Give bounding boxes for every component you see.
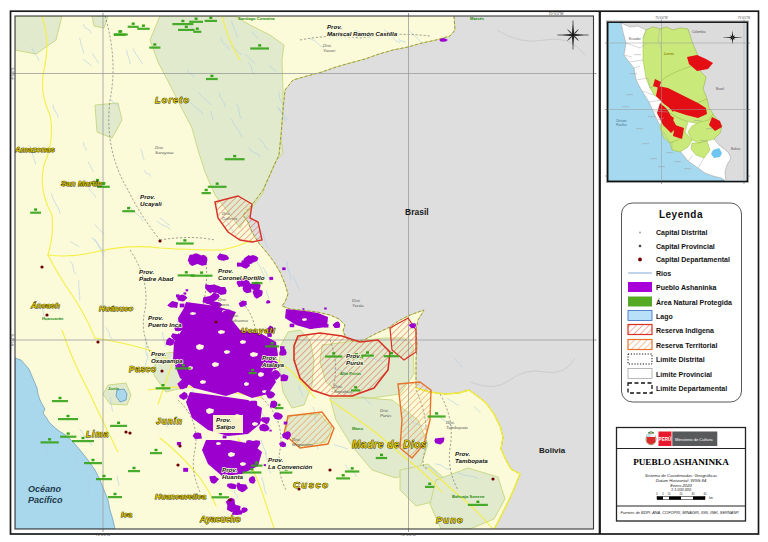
svg-text:Capital Provincial: Capital Provincial (656, 243, 715, 251)
svg-text:Ucayali: Ucayali (241, 326, 276, 335)
svg-text:8°0'0"S: 8°0'0"S (11, 67, 15, 79)
svg-text:Santiago Comaina: Santiago Comaina (238, 16, 275, 21)
svg-text:San Martín: San Martín (61, 179, 102, 188)
svg-text:Reserva Indigena: Reserva Indigena (656, 327, 714, 335)
svg-text:Bolivia: Bolivia (539, 446, 566, 455)
svg-text:Amazonas: Amazonas (14, 145, 56, 154)
svg-text:Tambopata: Tambopata (446, 425, 468, 430)
svg-text:Matsés: Matsés (470, 16, 485, 21)
svg-text:Cusco: Cusco (293, 479, 330, 490)
svg-text:Huanta: Huanta (222, 473, 244, 480)
svg-text:Colombia: Colombia (692, 30, 706, 34)
svg-text:Áncash: Áncash (30, 301, 60, 310)
svg-text:Puerto Inca: Puerto Inca (148, 321, 182, 328)
svg-text:Huascarán: Huascarán (42, 316, 64, 321)
svg-text:Junín: Junín (108, 386, 120, 391)
svg-text:Huánuco: Huánuco (99, 304, 133, 313)
svg-text:Prov.: Prov. (346, 352, 361, 359)
svg-text:75°0'0"W: 75°0'0"W (655, 16, 668, 20)
svg-text:Pasco: Pasco (129, 364, 157, 374)
svg-text:PERÚ: PERÚ (659, 436, 672, 442)
svg-text:Límite Provincial: Límite Provincial (656, 371, 712, 378)
svg-text:Capital Departamental: Capital Departamental (656, 256, 730, 264)
svg-text:Huancavelica: Huancavelica (155, 492, 207, 501)
svg-text:Madre de Dios: Madre de Dios (352, 439, 427, 450)
svg-text:Loreto: Loreto (664, 52, 674, 56)
svg-text:Oxapampa: Oxapampa (151, 357, 183, 364)
svg-text:Manu: Manu (352, 426, 363, 431)
svg-text:Padre Abad: Padre Abad (139, 275, 173, 282)
svg-text:Ucayali: Ucayali (140, 200, 162, 207)
svg-text:Sarayacu: Sarayacu (155, 150, 174, 155)
svg-text:Océano: Océano (28, 484, 62, 494)
svg-text:Bahuaja Sonene: Bahuaja Sonene (452, 494, 485, 499)
svg-text:Fuentes de BDPI: ANA, COFOPRI,: Fuentes de BDPI: ANA, COFOPRI, MINAGRI, … (621, 510, 740, 515)
svg-text:Satipo: Satipo (216, 423, 235, 430)
svg-text:Purús: Purús (380, 413, 392, 418)
svg-text:Pacífico: Pacífico (28, 495, 63, 505)
svg-text:72°0'0"W: 72°0'0"W (401, 533, 416, 537)
svg-text:Callería: Callería (222, 216, 238, 221)
svg-text:Yurúa: Yurúa (352, 303, 364, 308)
svg-text:Ayacucho: Ayacucho (199, 514, 241, 524)
svg-text:Iparia: Iparia (218, 302, 230, 307)
svg-text:Prov.: Prov. (148, 314, 163, 321)
svg-text:Brasil: Brasil (405, 207, 429, 217)
svg-text:Megantoni: Megantoni (292, 442, 314, 447)
svg-text:Prov.: Prov. (455, 450, 470, 457)
svg-text:76°0'0"W: 76°0'0"W (96, 533, 111, 537)
svg-text:Lima: Lima (86, 429, 109, 439)
svg-text:Ecuador: Ecuador (629, 37, 642, 41)
svg-text:La Convención: La Convención (268, 463, 313, 470)
svg-text:Mariscal Ramón Castilla: Mariscal Ramón Castilla (327, 30, 398, 37)
svg-text:Área Natural Protegida: Área Natural Protegida (656, 298, 732, 307)
svg-text:Prov.: Prov. (262, 354, 277, 361)
svg-text:Yavari: Yavari (323, 48, 336, 53)
svg-text:Prov.: Prov. (140, 193, 155, 200)
svg-text:Tambopata: Tambopata (455, 457, 488, 464)
svg-text:Coronel Portillo: Coronel Portillo (218, 274, 265, 281)
svg-text:PUEBLO ASHANINKA: PUEBLO ASHANINKA (633, 457, 729, 467)
svg-text:Límite Departamental: Límite Departamental (656, 385, 727, 393)
svg-text:Reserva Territorial: Reserva Territorial (656, 342, 717, 349)
svg-text:Lago: Lago (656, 313, 673, 321)
svg-text:Prov.: Prov. (268, 456, 283, 463)
svg-text:Prov.: Prov. (218, 267, 233, 274)
svg-text:Límite Distrital: Límite Distrital (656, 356, 705, 363)
svg-text:Tahuania: Tahuania (230, 318, 248, 323)
svg-text:Purús: Purús (346, 359, 364, 366)
svg-text:Brasil: Brasil (716, 87, 724, 91)
svg-text:Atalaya: Atalaya (261, 361, 285, 368)
svg-text:Alto Purús: Alto Purús (340, 371, 362, 376)
svg-text:Pacífico: Pacífico (616, 123, 627, 127)
svg-text:75°0'0"W: 75°0'0"W (738, 16, 751, 20)
svg-text:Capital Distrital: Capital Distrital (656, 229, 707, 237)
svg-text:Prov.: Prov. (139, 268, 154, 275)
svg-text:Loreto: Loreto (155, 95, 190, 105)
svg-text:Bolivia: Bolivia (731, 147, 741, 151)
svg-text:Junín: Junín (156, 416, 183, 426)
svg-text:1:1.000.000: 1:1.000.000 (671, 488, 692, 492)
svg-text:Prov.: Prov. (222, 466, 237, 473)
svg-text:Puno: Puno (436, 514, 464, 525)
svg-text:Ministerio de Cultura: Ministerio de Cultura (675, 437, 713, 442)
svg-text:Pueblo Ashaninka: Pueblo Ashaninka (656, 284, 717, 291)
svg-text:Prov.: Prov. (151, 350, 166, 357)
svg-text:Rios: Rios (656, 270, 671, 277)
svg-text:Leyenda: Leyenda (659, 209, 703, 220)
svg-text:Sepahua: Sepahua (334, 389, 352, 394)
svg-text:Prov.: Prov. (216, 416, 231, 423)
svg-text:Ica: Ica (121, 510, 133, 519)
svg-text:8°0'0"S: 8°0'0"S (11, 334, 15, 346)
svg-text:70°0'0"W: 70°0'0"W (549, 12, 564, 16)
svg-text:Enero 2020: Enero 2020 (670, 483, 692, 488)
